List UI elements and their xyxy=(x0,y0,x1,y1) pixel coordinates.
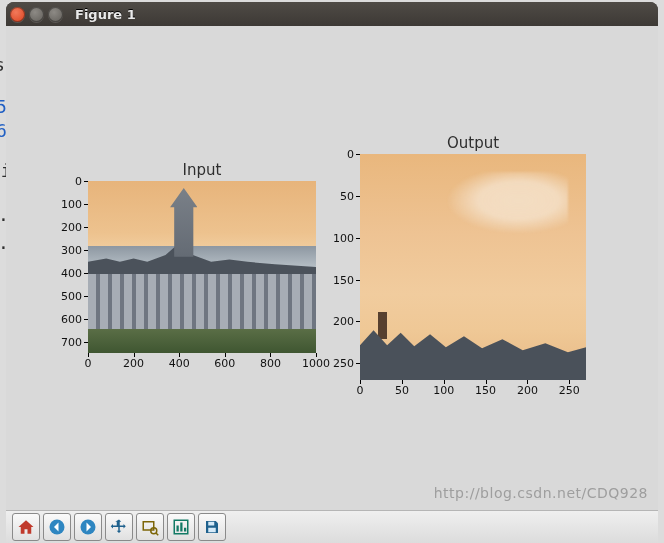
svg-rect-7 xyxy=(180,523,182,532)
move-icon xyxy=(110,518,128,536)
xtick: 100 xyxy=(429,380,459,397)
axes-output xyxy=(360,154,586,380)
window-titlebar: Figure 1 xyxy=(6,2,658,26)
home-icon xyxy=(17,518,35,536)
axes-input xyxy=(88,181,316,353)
output-image-placeholder xyxy=(360,154,586,380)
ytick: 200 xyxy=(314,315,360,328)
close-icon[interactable] xyxy=(10,7,25,22)
svg-rect-10 xyxy=(208,528,216,533)
ytick: 100 xyxy=(314,231,360,244)
maximize-icon[interactable] xyxy=(48,7,63,22)
ytick: 600 xyxy=(42,312,88,325)
xtick: 200 xyxy=(119,353,149,370)
zoom-button[interactable] xyxy=(136,513,164,541)
ytick: 500 xyxy=(42,289,88,302)
ytick: 50 xyxy=(314,189,360,202)
ytick: 700 xyxy=(42,335,88,348)
ytick: 200 xyxy=(42,220,88,233)
svg-rect-6 xyxy=(177,526,179,532)
zoom-rect-icon xyxy=(141,518,159,536)
arrow-left-icon xyxy=(48,518,66,536)
home-button[interactable] xyxy=(12,513,40,541)
subplot-output: Output 0 50 100 150 200 250 0 50 100 150… xyxy=(360,154,586,380)
ytick: 400 xyxy=(42,266,88,279)
minimize-icon[interactable] xyxy=(29,7,44,22)
watermark-text: http://blog.csdn.net/CDQ928 xyxy=(434,485,648,501)
pan-button[interactable] xyxy=(105,513,133,541)
ytick: 250 xyxy=(314,357,360,370)
figure-window: Figure 1 Input 0 100 200 300 400 500 600… xyxy=(6,2,658,543)
svg-rect-9 xyxy=(208,522,214,526)
configure-subplots-button[interactable] xyxy=(167,513,195,541)
xtick: 400 xyxy=(164,353,194,370)
xtick: 0 xyxy=(345,380,375,397)
forward-button[interactable] xyxy=(74,513,102,541)
xtick: 0 xyxy=(73,353,103,370)
subplot-input-title: Input xyxy=(88,161,316,179)
mpl-toolbar xyxy=(6,510,658,543)
ytick: 0 xyxy=(314,148,360,161)
xtick: 200 xyxy=(512,380,542,397)
back-button[interactable] xyxy=(43,513,71,541)
xtick: 50 xyxy=(387,380,417,397)
figure-canvas[interactable]: Input 0 100 200 300 400 500 600 700 0 20… xyxy=(6,26,658,511)
arrow-right-icon xyxy=(79,518,97,536)
subplot-input: Input 0 100 200 300 400 500 600 700 0 20… xyxy=(88,181,316,353)
xtick: 150 xyxy=(471,380,501,397)
save-button[interactable] xyxy=(198,513,226,541)
xtick: 600 xyxy=(210,353,240,370)
save-icon xyxy=(203,518,221,536)
svg-rect-8 xyxy=(184,528,186,532)
ytick: 100 xyxy=(42,197,88,210)
window-title: Figure 1 xyxy=(75,7,136,22)
ytick: 150 xyxy=(314,273,360,286)
ytick: 0 xyxy=(42,175,88,188)
subplot-output-title: Output xyxy=(360,134,586,152)
subplot-config-icon xyxy=(172,518,190,536)
xtick: 800 xyxy=(255,353,285,370)
input-image-placeholder xyxy=(88,181,316,353)
xtick: 250 xyxy=(554,380,584,397)
ytick: 300 xyxy=(42,243,88,256)
svg-line-4 xyxy=(156,533,158,535)
